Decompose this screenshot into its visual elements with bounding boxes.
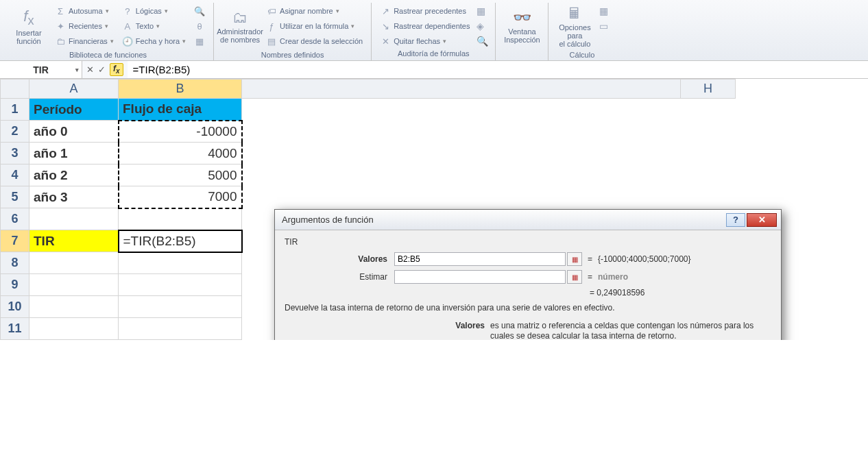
cell-A10[interactable] (29, 296, 119, 318)
formula-cancel-button[interactable]: ✕ (86, 64, 94, 75)
row-header-1[interactable]: 1 (1, 99, 29, 121)
cell-A5[interactable]: año 3 (29, 186, 119, 208)
cell-B6[interactable] (119, 208, 242, 230)
cell-B4[interactable]: 5000 (119, 164, 242, 186)
error-check-button[interactable]: ◈ (475, 19, 490, 33)
cell-A4[interactable]: año 2 (29, 164, 119, 186)
cell-A2[interactable]: año 0 (29, 121, 119, 143)
sigma-icon: Σ (55, 6, 66, 16)
cell-B10[interactable] (119, 296, 242, 318)
recent-button[interactable]: ✦Recientes (52, 19, 117, 33)
dialog-close-button[interactable]: ✕ (747, 213, 777, 227)
name-box[interactable]: TIR ▾ (0, 61, 82, 78)
trace-dependents-button[interactable]: ↘Rastrear dependientes (377, 19, 472, 33)
result-eval: 0,249018596 (596, 288, 644, 297)
arg1-label: Valores (285, 254, 394, 264)
arg2-range-button[interactable]: ▦ (567, 270, 582, 284)
lookup-button[interactable]: 🔍 (191, 4, 208, 18)
more-button[interactable]: ▦ (191, 34, 208, 48)
arg2-input[interactable] (394, 270, 566, 284)
formula-enter-button[interactable]: ✓ (98, 64, 106, 75)
formula-input[interactable] (128, 61, 868, 78)
cell-B3[interactable]: 4000 (119, 143, 242, 164)
assign-name-button[interactable]: 🏷Asignar nombre (263, 4, 365, 18)
logical-icon: ? (122, 6, 133, 16)
clock-icon: 🕘 (122, 36, 133, 47)
calc-sheet-button[interactable]: ▭ (598, 19, 610, 33)
arg1-range-button[interactable]: ▦ (567, 252, 582, 266)
cell-B11[interactable] (119, 318, 242, 340)
cell-B5[interactable]: 7000 (119, 186, 242, 208)
cell-B7[interactable]: =TIR(B2:B5) (119, 230, 242, 252)
show-formulas-button[interactable]: ▦ (475, 4, 490, 18)
cell-A1[interactable]: Período (29, 99, 119, 121)
function-arguments-dialog: Argumentos de función ? ✕ TIR Valores ▦ … (274, 209, 782, 340)
cell-B8[interactable] (119, 252, 242, 274)
dialog-title: Argumentos de función (282, 215, 726, 225)
insert-function-label-2: función (16, 37, 40, 45)
row-header-4[interactable]: 4 (1, 164, 29, 186)
fx-button[interactable]: fx (110, 63, 123, 75)
row-header-5[interactable]: 5 (1, 186, 29, 208)
ribbon: fx Insertar función ΣAutosuma ✦Recientes… (0, 0, 868, 61)
row-header-2[interactable]: 2 (1, 121, 29, 143)
row-header-11[interactable]: 11 (1, 318, 29, 340)
cell-A8[interactable] (29, 252, 119, 274)
col-header-A[interactable]: A (29, 80, 119, 99)
evaluate-button[interactable]: 🔍 (475, 34, 490, 48)
row-header-9[interactable]: 9 (1, 274, 29, 296)
argdesc-text: es una matriz o referencia a celdas que … (490, 321, 771, 340)
row-header-8[interactable]: 8 (1, 252, 29, 274)
group-label-library: Biblioteca de funciones (8, 49, 208, 59)
arg1-input[interactable] (394, 252, 566, 266)
text-button[interactable]: ATexto (119, 19, 189, 33)
col-header-gap[interactable] (242, 80, 681, 99)
cell-B9[interactable] (119, 274, 242, 296)
cell-A7[interactable]: TIR (29, 230, 119, 252)
dialog-function-name: TIR (285, 237, 771, 247)
calc-options-button[interactable]: 🖩 Opciones para el cálculo (554, 4, 595, 49)
math-button[interactable]: θ (191, 19, 208, 33)
create-from-selection-button[interactable]: ▤Crear desde la selección (263, 34, 365, 48)
remove-arrows-button[interactable]: ✕Quitar flechas (377, 34, 472, 48)
select-all-corner[interactable] (1, 80, 29, 99)
row-header-7[interactable]: 7 (1, 230, 29, 252)
cell-A11[interactable] (29, 318, 119, 340)
col-header-H[interactable]: H (681, 80, 736, 99)
math-icon: θ (194, 21, 205, 32)
insert-function-button[interactable]: fx Insertar función (8, 4, 49, 49)
cell-A9[interactable] (29, 274, 119, 296)
cell-B1[interactable]: Flujo de caja (119, 99, 242, 121)
group-label-names: Nombres definidos (219, 49, 365, 59)
text-icon: A (122, 21, 133, 32)
name-manager-icon: 🗂 (232, 10, 248, 26)
cell-A6[interactable] (29, 208, 119, 230)
row-header-3[interactable]: 3 (1, 143, 29, 164)
name-manager-button[interactable]: 🗂 Administrador de nombres (219, 4, 261, 49)
argdesc-label: Valores (285, 321, 490, 340)
cell-B2[interactable]: -10000 (119, 121, 242, 143)
row-header-6[interactable]: 6 (1, 208, 29, 230)
equals-sign-3: = (590, 288, 596, 297)
calculator-icon: 🖩 (567, 5, 582, 22)
calc-now-button[interactable]: ▦ (598, 4, 610, 18)
ribbon-group-defined-names: 🗂 Administrador de nombres 🏷Asignar nomb… (217, 3, 372, 60)
autosum-button[interactable]: ΣAutosuma (52, 4, 117, 18)
recent-icon: ✦ (55, 21, 66, 32)
trace-precedents-button[interactable]: ↗Rastrear precedentes (377, 4, 472, 18)
dialog-help-button[interactable]: ? (726, 213, 745, 227)
watch-window-button[interactable]: 👓 Ventana Inspección (501, 4, 542, 49)
cell-A3[interactable]: año 1 (29, 143, 119, 164)
trace-dep-icon: ↘ (380, 21, 391, 32)
dialog-titlebar[interactable]: Argumentos de función ? ✕ (275, 210, 781, 230)
group-label-watch (501, 49, 542, 51)
trace-prec-icon: ↗ (380, 6, 391, 16)
financial-button[interactable]: 🗀Financieras (52, 34, 117, 48)
col-header-B[interactable]: B (119, 80, 242, 99)
use-in-formula-button[interactable]: ƒUtilizar en la fórmula (263, 19, 365, 33)
insert-function-label-1: Insertar (16, 29, 41, 37)
group-label-calc: Cálculo (554, 49, 610, 59)
datetime-button[interactable]: 🕘Fecha y hora (119, 34, 189, 48)
row-header-10[interactable]: 10 (1, 296, 29, 318)
logical-button[interactable]: ?Lógicas (119, 4, 189, 18)
